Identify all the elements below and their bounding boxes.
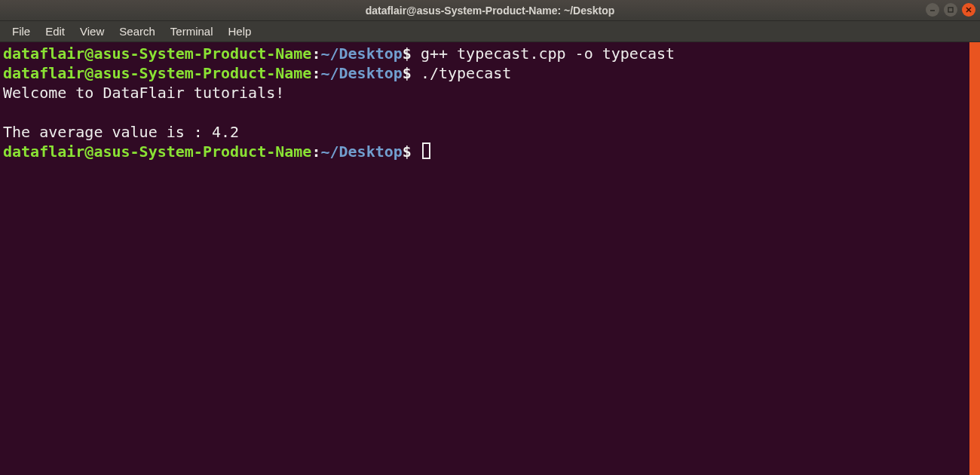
menu-view[interactable]: View <box>72 23 112 40</box>
prompt-dollar: $ <box>403 142 412 161</box>
prompt-dollar: $ <box>403 44 412 63</box>
cursor-block <box>422 142 430 159</box>
menu-search[interactable]: Search <box>112 23 163 40</box>
command-3 <box>412 142 421 161</box>
prompt-colon: : <box>311 44 320 63</box>
menu-help[interactable]: Help <box>221 23 259 40</box>
minimize-button[interactable] <box>926 3 939 17</box>
menubar: File Edit View Search Terminal Help <box>0 21 980 42</box>
prompt-colon: : <box>311 64 320 82</box>
menu-edit[interactable]: Edit <box>38 23 72 40</box>
maximize-button[interactable] <box>944 3 957 17</box>
output-line-2: The average value is : 4.2 <box>3 123 239 141</box>
terminal-window: dataflair@asus-System-Product-Name: ~/De… <box>0 0 980 475</box>
command-1: g++ typecast.cpp -o typecast <box>412 44 675 63</box>
prompt-user: dataflair@asus-System-Product-Name <box>3 64 311 82</box>
prompt-colon: : <box>311 142 320 161</box>
terminal-area[interactable]: dataflair@asus-System-Product-Name:~/Des… <box>0 42 980 475</box>
prompt-user: dataflair@asus-System-Product-Name <box>3 142 311 161</box>
command-2: ./typecast <box>412 64 511 82</box>
menu-terminal[interactable]: Terminal <box>163 23 221 40</box>
prompt-user: dataflair@asus-System-Product-Name <box>3 44 311 63</box>
scrollbar[interactable] <box>969 42 980 475</box>
prompt-path: ~/Desktop <box>320 64 402 82</box>
window-controls <box>926 3 975 17</box>
prompt-dollar: $ <box>403 64 412 82</box>
prompt-path: ~/Desktop <box>320 142 402 161</box>
prompt-path: ~/Desktop <box>320 44 402 63</box>
titlebar: dataflair@asus-System-Product-Name: ~/De… <box>0 0 980 21</box>
menu-file[interactable]: File <box>5 23 38 40</box>
output-line-1: Welcome to DataFlair tutorials! <box>3 84 284 102</box>
svg-rect-1 <box>948 8 953 12</box>
window-title: dataflair@asus-System-Product-Name: ~/De… <box>0 5 980 17</box>
close-button[interactable] <box>962 3 975 17</box>
